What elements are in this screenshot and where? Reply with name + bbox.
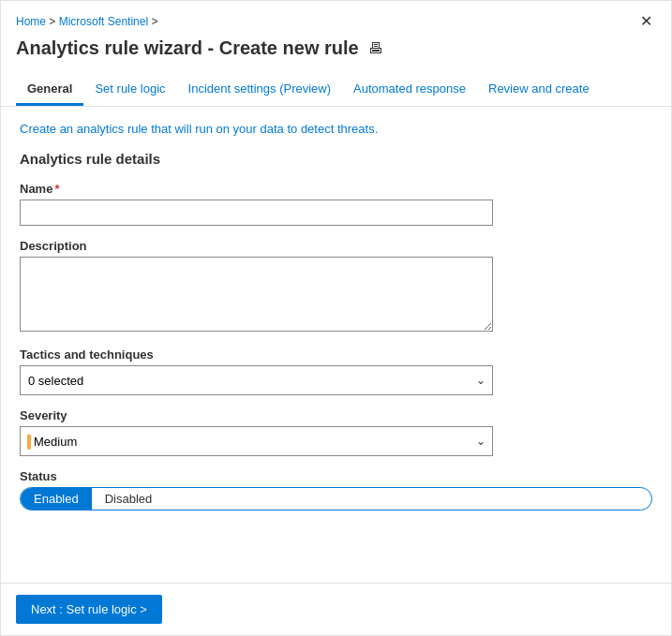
name-label: Name * (20, 182, 652, 196)
tactics-select-wrapper: 0 selected ⌄ (20, 365, 493, 395)
severity-field-group: Severity High Medium Low Informational ⌄ (20, 408, 652, 456)
tactics-select[interactable]: 0 selected (20, 365, 493, 395)
status-disabled-button[interactable]: Disabled (92, 488, 166, 510)
top-bar: Home > Microsoft Sentinel > ✕ (1, 1, 671, 32)
severity-select-wrapper: High Medium Low Informational ⌄ (20, 426, 493, 456)
content-area: Create an analytics rule that will run o… (1, 107, 671, 539)
tab-set-rule-logic[interactable]: Set rule logic (83, 74, 176, 106)
breadcrumb-sentinel[interactable]: Microsoft Sentinel (59, 15, 148, 28)
tactics-label: Tactics and techniques (20, 348, 652, 362)
status-label: Status (20, 469, 652, 483)
status-toggle: Enabled Disabled (20, 487, 652, 510)
breadcrumb-sep2: > (151, 15, 157, 28)
description-field-group: Description (20, 239, 652, 334)
tab-incident-settings[interactable]: Incident settings (Preview) (177, 74, 342, 106)
breadcrumb-home[interactable]: Home (16, 15, 46, 28)
name-field-group: Name * (20, 182, 652, 226)
breadcrumb: Home > Microsoft Sentinel > (16, 15, 157, 28)
tab-general[interactable]: General (16, 74, 83, 106)
wizard-window: Home > Microsoft Sentinel > ✕ Analytics … (0, 0, 672, 636)
description-label: Description (20, 239, 652, 253)
tactics-field-group: Tactics and techniques 0 selected ⌄ (20, 348, 652, 395)
title-row: Analytics rule wizard - Create new rule … (1, 32, 671, 59)
info-text: Create an analytics rule that will run o… (20, 122, 652, 136)
severity-select[interactable]: High Medium Low Informational (20, 426, 493, 456)
breadcrumb-sep1: > (49, 15, 58, 28)
tab-review-and-create[interactable]: Review and create (477, 74, 601, 106)
severity-label: Severity (20, 408, 652, 422)
footer: Next : Set rule logic > (1, 583, 671, 635)
print-icon[interactable]: 🖶 (368, 40, 383, 57)
description-textarea[interactable] (20, 257, 493, 332)
tabs-bar: General Set rule logic Incident settings… (1, 65, 671, 107)
status-field-group: Status Enabled Disabled (20, 469, 652, 510)
next-button[interactable]: Next : Set rule logic > (16, 595, 162, 624)
status-enabled-button[interactable]: Enabled (21, 488, 92, 510)
page-title: Analytics rule wizard - Create new rule (16, 37, 359, 59)
close-button[interactable]: ✕ (636, 10, 656, 32)
tab-automated-response[interactable]: Automated response (342, 74, 477, 106)
section-title: Analytics rule details (20, 151, 652, 167)
name-input[interactable] (20, 200, 493, 226)
required-star: * (54, 182, 59, 196)
